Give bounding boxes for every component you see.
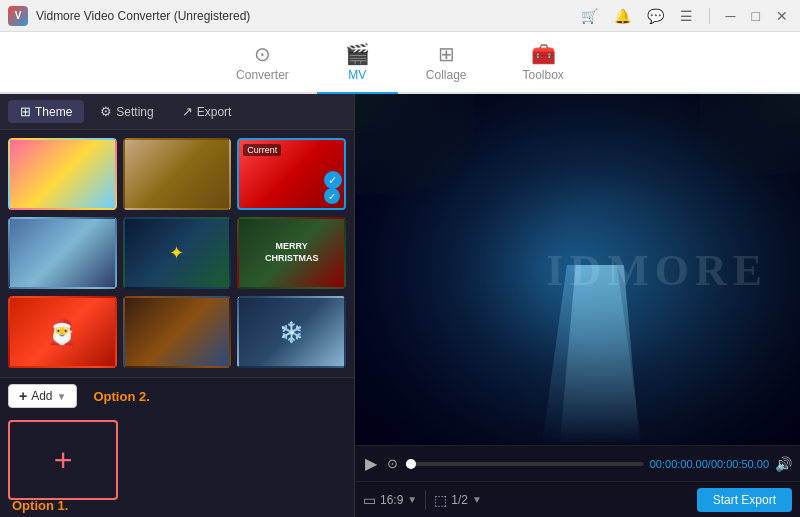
tab-toolbox-label: Toolbox xyxy=(523,68,564,82)
plus-icon: + xyxy=(19,388,27,404)
controls-divider xyxy=(425,490,426,510)
setting-gear-icon: ⚙ xyxy=(100,104,112,119)
mv-icon: 🎬 xyxy=(345,42,370,66)
bell-icon[interactable]: 🔔 xyxy=(610,6,635,26)
tab-converter[interactable]: ⊙ Converter xyxy=(208,34,317,94)
theme-modern-life[interactable]: Modern Life xyxy=(123,296,232,369)
sub-tab-setting[interactable]: ⚙ Setting xyxy=(88,100,165,123)
option1-label: Option 1. xyxy=(12,498,68,513)
cave-rock-tr xyxy=(700,94,800,174)
stop-button[interactable]: ⊙ xyxy=(385,454,400,473)
chat-icon[interactable]: 💬 xyxy=(643,6,668,26)
sub-tab-theme[interactable]: ⊞ Theme xyxy=(8,100,84,123)
maximize-button[interactable]: □ xyxy=(748,6,764,26)
time-display: 00:00:00.00/00:00:50.00 xyxy=(650,458,769,470)
add-dropdown-arrow[interactable]: ▼ xyxy=(57,391,67,402)
file-drop-area: + Option 1. xyxy=(0,414,354,517)
sub-tab-export[interactable]: ↗ Export xyxy=(170,100,244,123)
merry-christmas-text: MERRYCHRISTMAS xyxy=(265,241,319,264)
option2-label: Option 2. xyxy=(93,389,149,404)
theme-merry-christmas[interactable]: MERRYCHRISTMAS Merry Christmas xyxy=(237,217,346,290)
video-preview: IDMORE xyxy=(355,94,800,445)
tab-mv[interactable]: 🎬 MV xyxy=(317,34,398,94)
ratio-value: 16:9 xyxy=(380,493,403,507)
play-button[interactable]: ▶ xyxy=(363,452,379,475)
add-button[interactable]: + Add ▼ xyxy=(8,384,77,408)
menu-icon[interactable]: ☰ xyxy=(676,6,697,26)
sub-tabs: ⊞ Theme ⚙ Setting ↗ Export xyxy=(0,94,354,130)
shopping-cart-icon[interactable]: 🛒 xyxy=(577,6,602,26)
add-label: Add xyxy=(31,389,52,403)
theme-happy[interactable]: Happy xyxy=(8,138,117,211)
converter-icon: ⊙ xyxy=(254,42,271,66)
tab-converter-label: Converter xyxy=(236,68,289,82)
left-bottom-area: + Add ▼ Option 2. + Option 1. xyxy=(0,377,354,517)
main-content: ⊞ Theme ⚙ Setting ↗ Export Happy Blank xyxy=(0,94,800,517)
sub-tab-theme-label: Theme xyxy=(35,105,72,119)
sub-tab-setting-label: Setting xyxy=(116,105,153,119)
app-logo: V xyxy=(8,6,28,26)
christmas-eve-decor: ✦ xyxy=(169,242,184,264)
ratio-selector[interactable]: ▭ 16:9 ▼ xyxy=(363,492,417,508)
theme-snowy-night[interactable]: ❄️ Snowy Night xyxy=(237,296,346,369)
tab-toolbox[interactable]: 🧰 Toolbox xyxy=(495,34,592,94)
nav-tabs: ⊙ Converter 🎬 MV ⊞ Collage 🧰 Toolbox xyxy=(0,32,800,94)
collage-icon: ⊞ xyxy=(438,42,455,66)
volume-icon[interactable]: 🔊 xyxy=(775,456,792,472)
app-title: Vidmore Video Converter (Unregistered) xyxy=(36,9,577,23)
quality-icon: ⬚ xyxy=(434,492,447,508)
theme-simple[interactable]: Simple xyxy=(8,217,117,290)
close-button[interactable]: ✕ xyxy=(772,6,792,26)
bottom-controls: ▭ 16:9 ▼ ⬚ 1/2 ▼ Start Export xyxy=(355,481,800,517)
ratio-dropdown-arrow[interactable]: ▼ xyxy=(407,494,417,505)
quality-dropdown-arrow[interactable]: ▼ xyxy=(472,494,482,505)
theme-chic[interactable]: Current ✓ Chic xyxy=(237,138,346,211)
minimize-button[interactable]: ─ xyxy=(722,6,740,26)
add-file-plus-icon: + xyxy=(54,442,73,479)
sub-tab-export-label: Export xyxy=(197,105,232,119)
quality-value: 1/2 xyxy=(451,493,468,507)
right-panel: IDMORE ▶ ⊙ 00:00:00.00/00:00:50.00 🔊 ▭ 1… xyxy=(355,94,800,517)
progress-bar[interactable] xyxy=(406,462,644,466)
add-toolbar: + Add ▼ Option 2. xyxy=(0,378,354,414)
add-file-placeholder[interactable]: + xyxy=(8,420,118,500)
title-bar-controls: 🛒 🔔 💬 ☰ ─ □ ✕ xyxy=(577,6,792,26)
selected-checkmark: ✓ xyxy=(324,188,340,204)
start-export-button[interactable]: Start Export xyxy=(697,488,792,512)
tab-mv-label: MV xyxy=(348,68,366,82)
snow-emoji: ❄️ xyxy=(279,320,304,344)
theme-christmas-eve[interactable]: ✦ Christmas Eve xyxy=(123,217,232,290)
current-badge: Current xyxy=(243,144,281,156)
theme-santa-claus[interactable]: 🎅 Santa Claus xyxy=(8,296,117,369)
theme-grid-icon: ⊞ xyxy=(20,104,31,119)
toolbox-icon: 🧰 xyxy=(531,42,556,66)
santa-emoji: 🎅 xyxy=(47,318,77,346)
aspect-ratio-icon: ▭ xyxy=(363,492,376,508)
divider xyxy=(709,8,710,24)
tab-collage[interactable]: ⊞ Collage xyxy=(398,34,495,94)
export-icon: ↗ xyxy=(182,104,193,119)
theme-grid: Happy Blank Current ✓ Chic Simple ✦ xyxy=(0,130,354,377)
quality-selector[interactable]: ⬚ 1/2 ▼ xyxy=(434,492,482,508)
title-bar: V Vidmore Video Converter (Unregistered)… xyxy=(0,0,800,32)
theme-blank[interactable]: Blank xyxy=(123,138,232,211)
tab-collage-label: Collage xyxy=(426,68,467,82)
video-watermark: IDMORE xyxy=(546,244,768,295)
left-panel: ⊞ Theme ⚙ Setting ↗ Export Happy Blank xyxy=(0,94,355,517)
video-controls: ▶ ⊙ 00:00:00.00/00:00:50.00 🔊 xyxy=(355,445,800,481)
progress-dot xyxy=(406,459,416,469)
